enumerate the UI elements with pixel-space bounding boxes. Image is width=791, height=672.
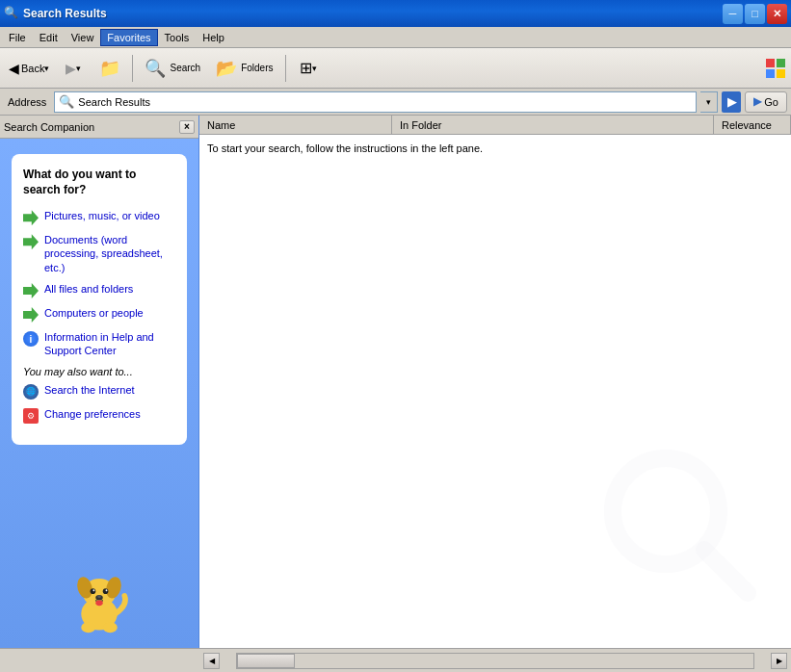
search-icon: 🔍	[145, 58, 166, 79]
files-arrow-icon	[23, 283, 39, 298]
search-option-computers[interactable]: Computers or people	[23, 306, 175, 323]
search-option-prefs[interactable]: ⚙ Change preferences	[23, 407, 175, 424]
help-info-icon: i	[23, 331, 39, 347]
menu-file[interactable]: File	[2, 29, 33, 46]
menu-view[interactable]: View	[65, 29, 101, 46]
maximize-button[interactable]: □	[745, 4, 765, 24]
toolbar-separator-1	[132, 55, 133, 82]
search-option-help[interactable]: i Information in Help and Support Center	[23, 330, 175, 358]
magnifier-watermark	[589, 434, 762, 609]
address-go-arrow[interactable]: ▶	[722, 91, 741, 113]
prefs-icon: ⚙	[23, 408, 39, 424]
documents-option-label: Documents (word processing, spreadsheet,…	[44, 233, 175, 274]
search-button[interactable]: 🔍 Search	[138, 51, 207, 86]
svg-line-18	[704, 550, 748, 593]
menu-favorites[interactable]: Favorites	[100, 29, 157, 46]
left-pane: Search Companion × What do you want to s…	[0, 116, 199, 648]
go-arrow-icon: ▶	[753, 95, 761, 108]
minimize-button[interactable]: ─	[723, 4, 743, 24]
svg-point-13	[97, 595, 101, 598]
address-value: Search Results	[78, 96, 150, 108]
computers-option-label: Computers or people	[44, 306, 144, 320]
search-option-documents[interactable]: Documents (word processing, spreadsheet,…	[23, 233, 175, 274]
search-option-internet[interactable]: 🌐 Search the Internet	[23, 383, 175, 400]
also-want-label: You may also want to...	[23, 366, 175, 377]
search-option-files[interactable]: All files and folders	[23, 282, 175, 298]
scroll-right-button[interactable]: ▶	[771, 653, 787, 669]
back-arrow-icon: ◀	[9, 61, 19, 76]
search-companion-title: Search Companion	[4, 121, 94, 133]
internet-option-label: Search the Internet	[44, 383, 135, 397]
status-bar: ◀ ▶	[0, 648, 791, 672]
search-option-pictures[interactable]: Pictures, music, or video	[23, 209, 175, 225]
right-pane: Name In Folder Relevance To start your s…	[199, 116, 791, 648]
address-dropdown[interactable]: ▾	[700, 91, 718, 113]
menu-help[interactable]: Help	[196, 29, 231, 46]
svg-point-8	[91, 588, 96, 594]
scrollbar-thumb[interactable]	[237, 654, 295, 668]
pictures-arrow-icon	[23, 210, 39, 225]
title-bar-buttons: ─ □ ✕	[723, 4, 787, 24]
search-dog-mascot	[64, 564, 136, 638]
menu-tools[interactable]: Tools	[158, 29, 197, 46]
svg-point-16	[103, 622, 118, 633]
computers-arrow-icon	[23, 307, 39, 323]
back-label: Back	[21, 63, 44, 74]
col-header-relevance[interactable]: Relevance	[714, 116, 791, 134]
svg-rect-1	[777, 59, 785, 67]
back-dropdown-icon: ▾	[44, 64, 49, 73]
menu-edit[interactable]: Edit	[33, 29, 65, 46]
pictures-option-label: Pictures, music, or video	[44, 209, 160, 222]
help-option-label: Information in Help and Support Center	[44, 330, 175, 358]
instruction-text: To start your search, follow the instruc…	[207, 142, 483, 154]
horizontal-scrollbar[interactable]	[236, 653, 754, 669]
search-label: Search	[170, 63, 200, 73]
search-companion-close[interactable]: ×	[179, 120, 195, 134]
address-folder-icon: 🔍	[59, 94, 74, 109]
menu-bar: File Edit View Favorites Tools Help	[0, 27, 791, 48]
svg-point-11	[106, 589, 108, 591]
prefs-option-label: Change preferences	[44, 407, 141, 421]
files-option-label: All files and folders	[44, 282, 133, 296]
main-area: Search Companion × What do you want to s…	[0, 116, 791, 648]
internet-icon: 🌐	[23, 384, 39, 400]
go-label: Go	[764, 96, 778, 108]
svg-rect-3	[777, 69, 785, 78]
status-scrollbar-area: ◀ ▶	[203, 649, 787, 672]
folders-label: Folders	[241, 63, 273, 73]
svg-rect-2	[766, 69, 775, 78]
close-button[interactable]: ✕	[767, 4, 787, 24]
views-button[interactable]: ⊞ ▾	[291, 51, 326, 86]
scroll-left-button[interactable]: ◀	[203, 653, 220, 669]
address-input[interactable]: 🔍 Search Results	[54, 91, 697, 113]
folders-icon: 📂	[216, 58, 237, 79]
address-bar: Address 🔍 Search Results ▾ ▶ ▶ Go	[0, 89, 791, 116]
folders-button[interactable]: 📂 Folders	[209, 51, 279, 86]
forward-dropdown-icon: ▾	[76, 64, 81, 73]
toolbar: ◀ Back ▾ ▶ ▾ 📁 🔍 Search 📂 Folders ⊞ ▾	[0, 48, 791, 89]
svg-point-14	[95, 601, 103, 607]
svg-point-15	[81, 622, 95, 633]
svg-rect-0	[766, 59, 775, 67]
documents-arrow-icon	[23, 234, 39, 249]
go-button[interactable]: ▶ Go	[745, 91, 787, 113]
views-icon: ⊞	[300, 59, 312, 77]
views-dropdown-icon: ▾	[312, 64, 317, 73]
forward-button[interactable]: ▶ ▾	[56, 51, 91, 86]
right-content: To start your search, follow the instruc…	[199, 135, 791, 648]
address-go-arrow-icon: ▶	[727, 95, 736, 109]
windows-logo	[764, 57, 787, 80]
column-headers: Name In Folder Relevance	[199, 116, 791, 135]
search-companion-header: Search Companion ×	[0, 116, 198, 139]
svg-point-9	[103, 588, 109, 594]
back-button[interactable]: ◀ Back ▾	[4, 51, 54, 86]
col-header-folder[interactable]: In Folder	[392, 116, 714, 134]
toolbar-separator-2	[285, 55, 286, 82]
title-bar: 🔍 Search Results ─ □ ✕	[0, 0, 791, 27]
address-label: Address	[4, 96, 50, 108]
up-button[interactable]: 📁	[92, 51, 127, 86]
col-header-name[interactable]: Name	[199, 116, 392, 134]
svg-point-10	[92, 589, 94, 591]
window-title: Search Results	[23, 7, 723, 20]
window-icon: 🔍	[4, 6, 19, 21]
